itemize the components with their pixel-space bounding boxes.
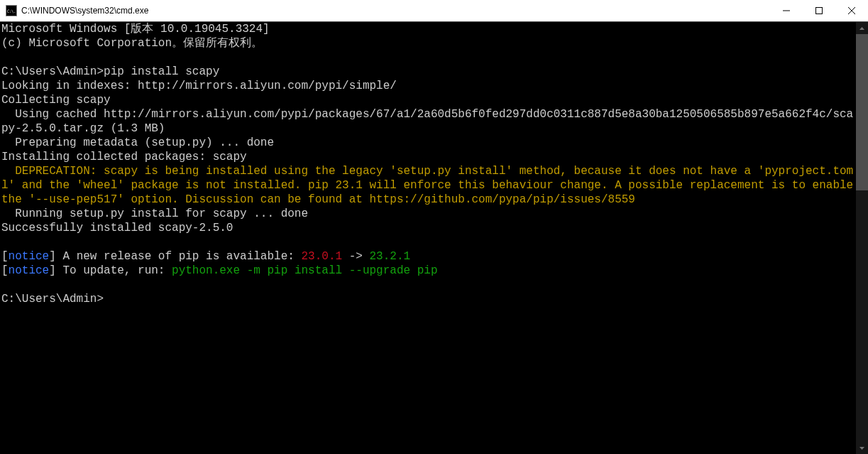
terminal-text-segment: 23.2.1	[370, 250, 411, 263]
svg-marker-5	[859, 447, 864, 450]
terminal-line: Collecting scapy	[1, 93, 855, 107]
terminal-text-segment: Installing collected packages: scapy	[1, 151, 247, 163]
terminal-line: DEPRECATION: scapy is being installed us…	[1, 164, 855, 207]
terminal-line: Preparing metadata (setup.py) ... done	[1, 136, 855, 150]
maximize-icon	[815, 7, 823, 14]
terminal-area: Microsoft Windows [版本 10.0.19045.3324](c…	[0, 22, 868, 454]
terminal-text-segment: Successfully installed scapy-2.5.0	[1, 222, 233, 234]
scroll-down-button[interactable]	[856, 442, 868, 454]
terminal-line: Microsoft Windows [版本 10.0.19045.3324]	[1, 22, 855, 36]
terminal-line: C:\Users\Admin>	[1, 292, 855, 306]
terminal-text-segment: Looking in indexes: http://mirrors.aliyu…	[1, 80, 397, 92]
terminal-text-segment: Running setup.py install for scapy ... d…	[1, 207, 308, 220]
scroll-up-button[interactable]	[856, 22, 868, 34]
close-icon	[848, 7, 855, 14]
terminal-text-segment: notice	[9, 250, 50, 263]
terminal-text-segment: ] To update, run:	[49, 264, 172, 277]
close-button[interactable]	[835, 0, 868, 21]
terminal-text-segment: Preparing metadata (setup.py) ... done	[1, 136, 274, 149]
terminal-output[interactable]: Microsoft Windows [版本 10.0.19045.3324](c…	[0, 22, 856, 454]
chevron-down-icon	[859, 447, 864, 450]
window-titlebar[interactable]: C:\. C:\WINDOWS\system32\cmd.exe	[0, 0, 868, 22]
terminal-text-segment: ] A new release of pip is available:	[49, 250, 301, 263]
terminal-line: Using cached http://mirrors.aliyun.com/p…	[1, 107, 855, 136]
terminal-text-segment: [	[1, 264, 9, 277]
terminal-text-segment: python.exe -m pip install --upgrade pip	[172, 264, 437, 277]
terminal-text-segment: C:\Users\Admin>pip install scapy	[1, 65, 219, 78]
scrollbar[interactable]	[856, 22, 868, 454]
terminal-line: [notice] To update, run: python.exe -m p…	[1, 264, 855, 278]
minimize-icon	[783, 7, 790, 14]
terminal-line: Successfully installed scapy-2.5.0	[1, 221, 855, 235]
svg-marker-4	[859, 27, 864, 30]
terminal-line: C:\Users\Admin>pip install scapy	[1, 65, 855, 79]
terminal-line: Running setup.py install for scapy ... d…	[1, 207, 855, 221]
terminal-line	[1, 235, 855, 249]
terminal-text-segment: 23.0.1	[301, 250, 342, 263]
terminal-text-segment: DEPRECATION: scapy is being installed us…	[1, 165, 856, 206]
cmd-icon: C:\.	[6, 5, 17, 16]
terminal-line: (c) Microsoft Corporation。保留所有权利。	[1, 36, 855, 50]
terminal-text-segment: C:\Users\Admin>	[1, 293, 104, 306]
terminal-line: [notice] A new release of pip is availab…	[1, 249, 855, 264]
terminal-text-segment: ->	[342, 250, 369, 263]
svg-rect-1	[816, 8, 823, 14]
maximize-button[interactable]	[803, 0, 835, 21]
minimize-button[interactable]	[770, 0, 803, 21]
window-controls	[770, 0, 868, 21]
terminal-text-segment: Collecting scapy	[1, 94, 111, 107]
terminal-line	[1, 278, 855, 292]
terminal-line: Installing collected packages: scapy	[1, 150, 855, 164]
terminal-text-segment: (c) Microsoft Corporation。保留所有权利。	[1, 37, 263, 50]
terminal-text-segment: [	[1, 250, 9, 263]
scroll-thumb[interactable]	[856, 34, 868, 190]
terminal-text-segment: notice	[9, 264, 50, 277]
chevron-up-icon	[859, 27, 864, 30]
scroll-track[interactable]	[856, 34, 868, 442]
terminal-line	[1, 50, 855, 65]
window-title: C:\WINDOWS\system32\cmd.exe	[21, 6, 770, 16]
terminal-text-segment: Microsoft Windows [版本 10.0.19045.3324]	[1, 23, 270, 36]
terminal-text-segment: Using cached http://mirrors.aliyun.com/p…	[1, 108, 853, 135]
terminal-line: Looking in indexes: http://mirrors.aliyu…	[1, 79, 855, 93]
